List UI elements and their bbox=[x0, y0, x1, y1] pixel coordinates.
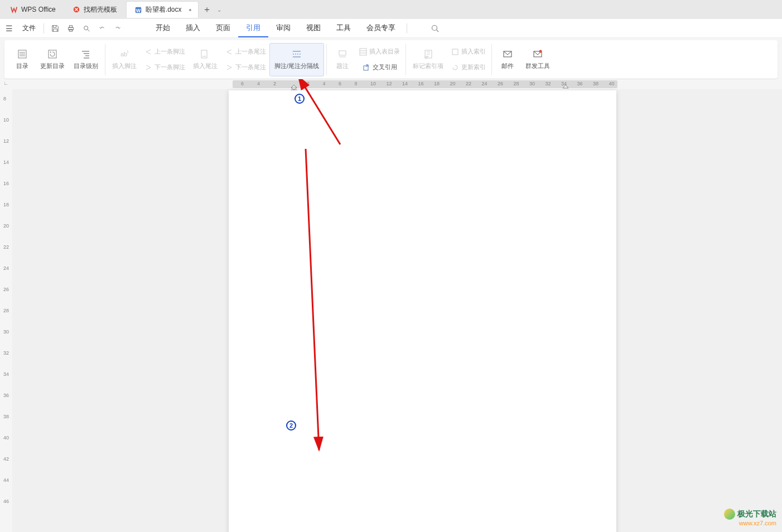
ruler-tick: 12 bbox=[387, 81, 392, 86]
app-tab-templates-label: 找稻壳模板 bbox=[84, 5, 117, 14]
mark-index-label: 标记索引项 bbox=[413, 62, 443, 70]
toc-icon bbox=[17, 49, 28, 60]
update-index-label: 更新索引 bbox=[461, 63, 486, 71]
document-area: ∟ 81012141618202224262830323436384042444… bbox=[0, 79, 782, 532]
ruler-tick: 38 bbox=[593, 81, 598, 86]
next-endnote-label: 下一条尾注 bbox=[235, 63, 266, 71]
tab-member[interactable]: 会员专享 bbox=[359, 20, 403, 37]
next-endnote-button[interactable]: 下一条尾注 bbox=[222, 60, 269, 75]
tab-review[interactable]: 审阅 bbox=[268, 20, 298, 37]
ribbon-group-mail: 邮件 群发工具 bbox=[494, 42, 554, 76]
insert-endnote-button[interactable]: 插入尾注 bbox=[189, 43, 222, 76]
update-toc-button[interactable]: 更新目录 bbox=[36, 43, 69, 76]
toc-level-label: 目录级别 bbox=[74, 62, 98, 70]
app-tab-document-label: 盼望着.docx bbox=[146, 5, 182, 14]
insert-index-button[interactable]: 插入索引 bbox=[448, 44, 489, 60]
horizontal-ruler[interactable]: 642246810121416182022242628303234363840 bbox=[12, 79, 782, 89]
next-endnote-icon bbox=[225, 64, 233, 71]
app-tab-wps-label: WPS Office bbox=[21, 6, 56, 13]
hamburger-icon[interactable]: ☰ bbox=[6, 24, 18, 33]
update-index-button[interactable]: 更新索引 bbox=[448, 60, 489, 75]
mark-index-button[interactable]: 标记索引项 bbox=[408, 43, 448, 76]
crossref-button[interactable]: 交叉引用 bbox=[356, 60, 403, 75]
ruler-tick: 12 bbox=[3, 138, 9, 144]
insert-footnote-button[interactable]: ab1 插入脚注 bbox=[108, 43, 141, 76]
titlebar: WPS Office 找稻壳模板 W 盼望着.docx • ＋ ⌄ bbox=[0, 0, 782, 19]
insert-table-caption-button[interactable]: 插入表目录 bbox=[356, 44, 403, 60]
ribbon-divider bbox=[491, 44, 492, 75]
ruler-tick: 6 bbox=[339, 81, 341, 86]
caption-icon bbox=[337, 49, 348, 60]
insert-table-caption-label: 插入表目录 bbox=[369, 47, 400, 56]
prev-footnote-button[interactable]: 上一条脚注 bbox=[141, 44, 189, 60]
app-tab-document[interactable]: W 盼望着.docx • bbox=[126, 1, 199, 18]
svg-rect-28 bbox=[360, 49, 366, 55]
ruler-tick: 28 bbox=[514, 81, 519, 86]
tab-page[interactable]: 页面 bbox=[208, 20, 238, 37]
ruler-tick: 46 bbox=[3, 499, 9, 504]
toc-level-icon bbox=[80, 49, 91, 60]
search-icon[interactable] bbox=[427, 22, 443, 35]
tab-dropdown[interactable]: ⌄ bbox=[214, 7, 224, 13]
watermark: 极光下载站 www.xz7.com bbox=[724, 509, 776, 526]
ruler-tick: 42 bbox=[3, 456, 9, 462]
toc-button[interactable]: 目录 bbox=[9, 43, 36, 76]
new-tab-button[interactable]: ＋ bbox=[200, 2, 214, 17]
toc-level-button[interactable]: 目录级别 bbox=[69, 43, 103, 76]
print-icon[interactable] bbox=[63, 22, 79, 35]
svg-rect-35 bbox=[452, 49, 458, 55]
update-index-icon bbox=[451, 64, 459, 71]
vertical-ruler[interactable]: ∟ 81012141618202224262830323436384042444… bbox=[0, 79, 12, 532]
ruler-tick: 14 bbox=[3, 159, 9, 165]
mail-button[interactable]: 邮件 bbox=[494, 43, 521, 76]
tab-view[interactable]: 视图 bbox=[298, 20, 329, 37]
ribbon-group-caption: 题注 插入表目录 交叉引用 bbox=[329, 42, 403, 76]
ruler-tick: 24 bbox=[482, 81, 487, 86]
prev-endnote-button[interactable]: 上一条尾注 bbox=[222, 44, 269, 60]
ruler-tick: 36 bbox=[3, 393, 9, 398]
wps-logo-icon bbox=[10, 6, 18, 13]
ruler-band bbox=[233, 80, 617, 88]
mark-index-icon bbox=[423, 49, 434, 60]
menu-tabs: 开始 插入 页面 引用 审阅 视图 工具 会员专享 bbox=[148, 20, 403, 37]
app-tab-templates[interactable]: 找稻壳模板 bbox=[65, 1, 125, 18]
svg-rect-21 bbox=[201, 50, 207, 58]
svg-rect-31 bbox=[364, 66, 368, 70]
ruler-tick: 8 bbox=[355, 81, 358, 86]
svg-rect-14 bbox=[49, 50, 56, 58]
undo-icon[interactable] bbox=[94, 22, 110, 35]
caption-button[interactable]: 题注 bbox=[329, 43, 356, 76]
tab-reference[interactable]: 引用 bbox=[238, 20, 268, 37]
ruler-tick: 44 bbox=[3, 477, 9, 483]
next-footnote-button[interactable]: 下一条脚注 bbox=[141, 60, 189, 75]
prev-endnote-icon bbox=[225, 48, 233, 56]
crossref-label: 交叉引用 bbox=[373, 63, 397, 71]
insert-index-label: 插入索引 bbox=[461, 47, 486, 56]
svg-line-7 bbox=[88, 29, 90, 31]
ruler-tick: 22 bbox=[3, 244, 9, 250]
ruler-tick: 2 bbox=[273, 81, 276, 86]
footnote-separator-button[interactable]: 脚注/尾注分隔线 bbox=[269, 43, 324, 76]
mail-label: 邮件 bbox=[501, 62, 514, 70]
file-menu[interactable]: 文件 bbox=[18, 23, 40, 33]
tab-tools[interactable]: 工具 bbox=[329, 20, 359, 37]
insert-table-icon bbox=[359, 48, 367, 56]
preview-icon[interactable] bbox=[79, 22, 94, 35]
tab-insert[interactable]: 插入 bbox=[178, 20, 208, 37]
mass-send-button[interactable]: 群发工具 bbox=[521, 43, 554, 76]
ruler-tick: 26 bbox=[498, 81, 503, 86]
save-icon[interactable] bbox=[47, 22, 63, 35]
svg-rect-26 bbox=[339, 51, 346, 55]
ribbon-group-footnote: ab1 插入脚注 上一条脚注 下一条脚注 插入尾注 上一条尾注 下一 bbox=[108, 42, 324, 76]
tab-start[interactable]: 开始 bbox=[148, 20, 178, 37]
toc-label: 目录 bbox=[16, 62, 28, 70]
ruler-tick: 38 bbox=[3, 414, 9, 419]
app-tab-wps[interactable]: WPS Office bbox=[2, 1, 64, 18]
watermark-logo-icon bbox=[724, 509, 735, 520]
document-page[interactable]: ¹ ▾ bbox=[229, 90, 616, 532]
redo-icon[interactable] bbox=[110, 22, 125, 35]
caption-label: 题注 bbox=[336, 62, 349, 70]
separator bbox=[44, 23, 44, 33]
insert-footnote-label: 插入脚注 bbox=[112, 62, 137, 70]
ruler-tick: 10 bbox=[3, 117, 9, 123]
